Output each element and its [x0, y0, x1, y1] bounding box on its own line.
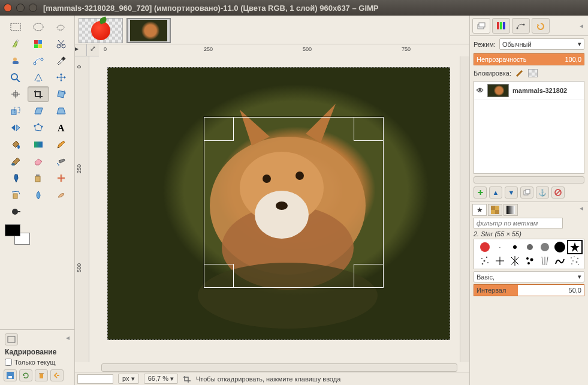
- vertical-scrollbar[interactable]: [460, 56, 469, 362]
- bucket-fill-tool[interactable]: [5, 137, 26, 152]
- eraser-tool[interactable]: [28, 154, 49, 169]
- fuzzy-select-tool[interactable]: [5, 36, 26, 52]
- interval-slider[interactable]: Интервал 50,0: [474, 284, 584, 296]
- ink-tool[interactable]: [5, 170, 26, 186]
- blend-tool[interactable]: [28, 137, 49, 152]
- text-tool[interactable]: A: [50, 120, 72, 136]
- lock-alpha-icon[interactable]: [528, 69, 538, 77]
- close-button[interactable]: [4, 4, 12, 12]
- zoom-tool[interactable]: [5, 70, 26, 85]
- duplicate-layer-button[interactable]: [520, 187, 533, 198]
- brush-cell[interactable]: [478, 254, 492, 267]
- crop-rectangle[interactable]: [204, 117, 384, 288]
- shear-tool[interactable]: [28, 103, 49, 119]
- scissors-tool[interactable]: [50, 36, 72, 52]
- brush-cell[interactable]: ·: [493, 240, 507, 254]
- brush-grid[interactable]: ·: [474, 239, 584, 269]
- tool-options-tab[interactable]: [5, 333, 18, 345]
- layer-row[interactable]: 👁 mammals-321802: [474, 82, 584, 100]
- rotate-tool[interactable]: [50, 86, 72, 102]
- paths-tool[interactable]: [28, 53, 49, 68]
- brush-cell[interactable]: [553, 254, 567, 267]
- only-current-checkbox[interactable]: Только текущ: [5, 359, 70, 366]
- minimize-button[interactable]: [16, 4, 25, 12]
- anchor-layer-button[interactable]: ⚓: [536, 187, 549, 198]
- crop-handle-tr[interactable]: [354, 117, 384, 141]
- smudge-tool[interactable]: [50, 187, 72, 203]
- layers-list[interactable]: 👁 mammals-321802: [474, 81, 584, 174]
- channels-tab[interactable]: [492, 18, 510, 34]
- maximize-button[interactable]: [29, 4, 37, 12]
- unit-selector[interactable]: px ▾: [118, 374, 139, 384]
- image-tab-2[interactable]: [126, 18, 171, 43]
- brush-cell-selected[interactable]: [568, 240, 582, 254]
- lock-pixels-icon[interactable]: [515, 69, 524, 77]
- layers-hscroll[interactable]: [474, 176, 584, 184]
- delete-layer-button[interactable]: [551, 187, 565, 198]
- brush-cell[interactable]: [493, 254, 507, 267]
- brush-cell[interactable]: [478, 240, 492, 254]
- clone-tool[interactable]: [28, 170, 49, 186]
- align-tool[interactable]: [5, 86, 26, 102]
- crop-tool[interactable]: [28, 86, 49, 102]
- layer-name[interactable]: mammals-321802: [512, 87, 567, 94]
- reset-preset-button[interactable]: [50, 369, 64, 381]
- delete-preset-button[interactable]: [35, 369, 48, 381]
- brush-cell[interactable]: [553, 240, 567, 254]
- paintbrush-tool[interactable]: [5, 154, 26, 169]
- scale-tool[interactable]: [5, 103, 26, 119]
- perspective-clone-tool[interactable]: [5, 187, 26, 203]
- rect-select-tool[interactable]: [5, 19, 26, 35]
- mode-combo[interactable]: Обычный▾: [499, 38, 584, 50]
- visibility-icon[interactable]: 👁: [477, 86, 484, 95]
- measure-tool[interactable]: [28, 70, 49, 85]
- opacity-slider[interactable]: Непрозрачность 100,0: [474, 53, 584, 65]
- restore-preset-button[interactable]: [19, 369, 32, 381]
- quick-mask-toggle[interactable]: ⤢: [87, 44, 99, 56]
- perspective-tool[interactable]: [50, 103, 72, 119]
- airbrush-tool[interactable]: [50, 154, 72, 169]
- raise-layer-button[interactable]: ▲: [489, 187, 502, 198]
- ruler-toggle[interactable]: ▸: [75, 44, 87, 56]
- blur-tool[interactable]: [28, 187, 49, 203]
- crop-handle-bl[interactable]: [204, 264, 234, 288]
- brush-preset-combo[interactable]: Basic,▾: [474, 271, 584, 282]
- gradients-tab[interactable]: [503, 204, 518, 216]
- vertical-ruler[interactable]: 0 250 500: [75, 56, 89, 362]
- only-current-input[interactable]: [5, 359, 12, 366]
- foreground-select-tool[interactable]: [5, 53, 26, 68]
- brush-filter-input[interactable]: [474, 218, 563, 228]
- crop-handle-br[interactable]: [354, 264, 384, 288]
- brush-cell[interactable]: [508, 254, 522, 267]
- free-select-tool[interactable]: [50, 19, 72, 35]
- brush-cell[interactable]: [523, 254, 537, 267]
- flip-tool[interactable]: [5, 120, 26, 136]
- pencil-tool[interactable]: [50, 137, 72, 152]
- brush-cell[interactable]: [523, 240, 537, 254]
- patterns-tab[interactable]: [488, 204, 502, 216]
- heal-tool[interactable]: [50, 170, 72, 186]
- brush-cell[interactable]: [568, 254, 582, 267]
- color-swatches[interactable]: [5, 224, 30, 245]
- layer-thumbnail[interactable]: [487, 84, 509, 97]
- lower-layer-button[interactable]: ▼: [505, 187, 518, 198]
- horizontal-scrollbar[interactable]: [101, 363, 457, 372]
- new-layer-button[interactable]: ✚: [474, 187, 487, 198]
- dodge-tool[interactable]: [5, 204, 26, 219]
- zoom-selector[interactable]: 66,7 % ▾: [144, 374, 178, 384]
- canvas[interactable]: [89, 56, 460, 362]
- brush-cell[interactable]: [538, 254, 552, 267]
- brush-cell[interactable]: [508, 240, 522, 254]
- undo-tab[interactable]: [532, 18, 550, 34]
- ellipse-select-tool[interactable]: [28, 19, 49, 35]
- brush-cell[interactable]: [538, 240, 552, 254]
- fg-color[interactable]: [5, 224, 20, 236]
- brushes-tab[interactable]: ★: [472, 204, 487, 216]
- cage-tool[interactable]: [28, 120, 49, 136]
- crop-handle-tl[interactable]: [204, 117, 234, 141]
- save-preset-button[interactable]: [4, 369, 17, 381]
- layers-tab[interactable]: [472, 18, 490, 34]
- color-select-tool[interactable]: [28, 36, 49, 52]
- color-picker-tool[interactable]: [50, 53, 72, 68]
- move-tool[interactable]: [50, 70, 72, 85]
